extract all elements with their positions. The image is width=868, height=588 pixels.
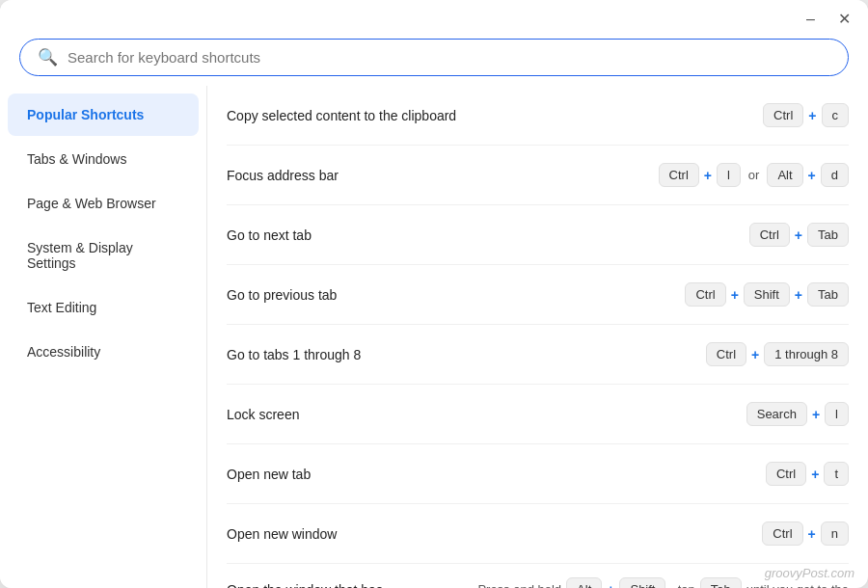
shortcut-keys: Ctrl+lorAlt+d xyxy=(659,163,849,187)
key-badge: Ctrl xyxy=(763,103,803,127)
table-row: Focus address barCtrl+lorAlt+d xyxy=(227,146,849,205)
key-badge: Ctrl xyxy=(766,462,806,486)
table-row: Go to next tabCtrl+Tab xyxy=(227,205,849,265)
plus-sign: + xyxy=(811,467,819,482)
sidebar-item-text[interactable]: Text Editing xyxy=(8,286,199,329)
key-badge: n xyxy=(821,521,849,546)
table-row: Open the window that hasPress and holdAl… xyxy=(227,564,849,588)
shortcut-keys: Ctrl+t xyxy=(766,462,849,486)
key-badge: Search xyxy=(746,402,807,426)
sidebar-item-accessibility[interactable]: Accessibility xyxy=(8,331,199,373)
shortcut-description: Open new window xyxy=(227,526,762,542)
shortcut-description: Focus address bar xyxy=(227,168,659,183)
key-badge: Tab xyxy=(807,282,849,307)
search-bar-area: 🔍 xyxy=(0,33,868,86)
key-badge: Ctrl xyxy=(659,163,699,187)
search-input[interactable] xyxy=(68,49,830,66)
plus-sign: + xyxy=(812,407,820,422)
or-text: or xyxy=(748,168,760,182)
shortcuts-list: Copy selected content to the clipboardCt… xyxy=(207,86,868,588)
plus-sign: + xyxy=(795,287,802,303)
shortcut-keys: Ctrl+Shift+Tab xyxy=(685,282,849,307)
plus-sign: + xyxy=(607,582,614,589)
key-badge: Alt xyxy=(566,577,602,588)
main-content: Popular Shortcuts Tabs & Windows Page & … xyxy=(0,86,868,588)
shortcut-keys: Ctrl+n xyxy=(762,521,849,546)
table-row: Copy selected content to the clipboardCt… xyxy=(227,86,849,146)
key-badge: Ctrl xyxy=(706,342,746,366)
minimize-button[interactable]: – xyxy=(802,10,819,29)
keyboard-shortcuts-window: – ✕ 🔍 Popular Shortcuts Tabs & Windows P… xyxy=(0,0,868,588)
search-bar: 🔍 xyxy=(19,39,849,76)
prefix-text: Press and hold xyxy=(477,582,561,588)
sidebar-item-tabs[interactable]: Tabs & Windows xyxy=(8,138,199,180)
shortcut-description: Go to next tab xyxy=(227,227,749,243)
suffix-text: until you get to the xyxy=(746,582,849,588)
watermark: groovyPost.com xyxy=(765,566,854,580)
key-badge: Shift xyxy=(619,577,665,588)
title-bar: – ✕ xyxy=(0,0,868,33)
plus-sign: + xyxy=(751,347,759,362)
shortcut-description: Go to tabs 1 through 8 xyxy=(227,347,706,362)
shortcut-description: Copy selected content to the clipboard xyxy=(227,108,763,123)
search-icon: 🔍 xyxy=(38,47,58,67)
key-badge: d xyxy=(821,163,849,187)
shortcut-description: Open new tab xyxy=(227,467,766,482)
key-badge: Ctrl xyxy=(749,223,790,247)
shortcut-keys: Ctrl+Tab xyxy=(749,223,849,247)
key-badge: Tab xyxy=(807,223,849,247)
table-row: Go to tabs 1 through 8Ctrl+1 through 8 xyxy=(227,325,849,385)
shortcut-description: Open the window that has xyxy=(227,582,383,589)
plus-sign: + xyxy=(808,168,816,183)
key-badge: Shift xyxy=(744,282,790,307)
sidebar-item-popular[interactable]: Popular Shortcuts xyxy=(8,94,199,136)
key-badge: t xyxy=(824,462,849,486)
plus-sign: + xyxy=(731,287,739,303)
table-row: Lock screenSearch+l xyxy=(227,385,849,444)
plus-sign: + xyxy=(808,108,816,123)
comma-text: , tap xyxy=(670,582,694,588)
table-row: Go to previous tabCtrl+Shift+Tab xyxy=(227,265,849,325)
close-button[interactable]: ✕ xyxy=(834,10,854,29)
key-badge: l xyxy=(717,163,741,187)
key-badge: c xyxy=(822,103,850,127)
key-badge: Ctrl xyxy=(762,521,802,546)
table-row: Open new tabCtrl+t xyxy=(227,444,849,504)
sidebar-item-page[interactable]: Page & Web Browser xyxy=(8,182,199,225)
plus-sign: + xyxy=(795,227,802,243)
sidebar: Popular Shortcuts Tabs & Windows Page & … xyxy=(0,86,207,588)
key-badge: Alt xyxy=(767,163,802,187)
key-badge: 1 through 8 xyxy=(764,342,849,366)
plus-sign: + xyxy=(704,168,712,183)
key-badge: Tab xyxy=(700,577,742,588)
key-badge: l xyxy=(825,402,849,426)
sidebar-item-system[interactable]: System & Display Settings xyxy=(8,227,199,284)
shortcut-description: Go to previous tab xyxy=(227,287,685,303)
shortcut-description: Lock screen xyxy=(227,407,746,422)
table-row: Open new windowCtrl+n xyxy=(227,504,849,564)
key-badge: Ctrl xyxy=(685,282,725,307)
shortcut-keys: Search+l xyxy=(746,402,849,426)
plus-sign: + xyxy=(808,526,816,542)
shortcut-keys: Ctrl+c xyxy=(763,103,849,127)
shortcut-keys: Ctrl+1 through 8 xyxy=(706,342,849,366)
